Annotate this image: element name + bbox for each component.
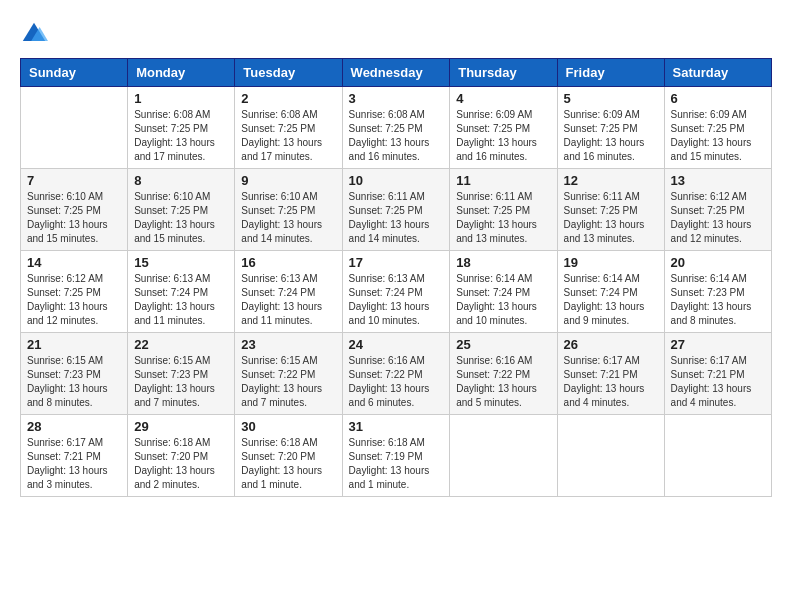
day-number: 5 [564, 91, 658, 106]
calendar-header-sunday: Sunday [21, 59, 128, 87]
day-info: Sunrise: 6:15 AM Sunset: 7:23 PM Dayligh… [134, 354, 228, 410]
day-number: 25 [456, 337, 550, 352]
calendar-header-friday: Friday [557, 59, 664, 87]
calendar-cell: 25Sunrise: 6:16 AM Sunset: 7:22 PM Dayli… [450, 333, 557, 415]
calendar-cell: 1Sunrise: 6:08 AM Sunset: 7:25 PM Daylig… [128, 87, 235, 169]
calendar-cell: 10Sunrise: 6:11 AM Sunset: 7:25 PM Dayli… [342, 169, 450, 251]
calendar-cell: 22Sunrise: 6:15 AM Sunset: 7:23 PM Dayli… [128, 333, 235, 415]
calendar-cell: 18Sunrise: 6:14 AM Sunset: 7:24 PM Dayli… [450, 251, 557, 333]
calendar-cell: 15Sunrise: 6:13 AM Sunset: 7:24 PM Dayli… [128, 251, 235, 333]
day-number: 23 [241, 337, 335, 352]
calendar-cell: 3Sunrise: 6:08 AM Sunset: 7:25 PM Daylig… [342, 87, 450, 169]
day-info: Sunrise: 6:15 AM Sunset: 7:22 PM Dayligh… [241, 354, 335, 410]
day-info: Sunrise: 6:10 AM Sunset: 7:25 PM Dayligh… [27, 190, 121, 246]
calendar-cell [450, 415, 557, 497]
calendar-cell [21, 87, 128, 169]
day-info: Sunrise: 6:11 AM Sunset: 7:25 PM Dayligh… [564, 190, 658, 246]
calendar-cell: 8Sunrise: 6:10 AM Sunset: 7:25 PM Daylig… [128, 169, 235, 251]
day-info: Sunrise: 6:14 AM Sunset: 7:23 PM Dayligh… [671, 272, 765, 328]
calendar-cell: 21Sunrise: 6:15 AM Sunset: 7:23 PM Dayli… [21, 333, 128, 415]
calendar-week-row: 7Sunrise: 6:10 AM Sunset: 7:25 PM Daylig… [21, 169, 772, 251]
day-info: Sunrise: 6:09 AM Sunset: 7:25 PM Dayligh… [456, 108, 550, 164]
calendar-cell: 13Sunrise: 6:12 AM Sunset: 7:25 PM Dayli… [664, 169, 771, 251]
day-info: Sunrise: 6:15 AM Sunset: 7:23 PM Dayligh… [27, 354, 121, 410]
day-number: 29 [134, 419, 228, 434]
day-number: 17 [349, 255, 444, 270]
day-number: 27 [671, 337, 765, 352]
day-info: Sunrise: 6:13 AM Sunset: 7:24 PM Dayligh… [349, 272, 444, 328]
day-number: 11 [456, 173, 550, 188]
calendar-cell: 12Sunrise: 6:11 AM Sunset: 7:25 PM Dayli… [557, 169, 664, 251]
logo [20, 20, 52, 48]
day-number: 26 [564, 337, 658, 352]
calendar-header-wednesday: Wednesday [342, 59, 450, 87]
calendar-cell: 4Sunrise: 6:09 AM Sunset: 7:25 PM Daylig… [450, 87, 557, 169]
calendar-cell: 28Sunrise: 6:17 AM Sunset: 7:21 PM Dayli… [21, 415, 128, 497]
day-info: Sunrise: 6:18 AM Sunset: 7:20 PM Dayligh… [241, 436, 335, 492]
calendar-cell: 19Sunrise: 6:14 AM Sunset: 7:24 PM Dayli… [557, 251, 664, 333]
day-info: Sunrise: 6:16 AM Sunset: 7:22 PM Dayligh… [349, 354, 444, 410]
day-info: Sunrise: 6:11 AM Sunset: 7:25 PM Dayligh… [349, 190, 444, 246]
day-info: Sunrise: 6:14 AM Sunset: 7:24 PM Dayligh… [456, 272, 550, 328]
calendar-cell: 23Sunrise: 6:15 AM Sunset: 7:22 PM Dayli… [235, 333, 342, 415]
day-number: 31 [349, 419, 444, 434]
calendar-cell: 14Sunrise: 6:12 AM Sunset: 7:25 PM Dayli… [21, 251, 128, 333]
calendar-week-row: 21Sunrise: 6:15 AM Sunset: 7:23 PM Dayli… [21, 333, 772, 415]
calendar-cell: 5Sunrise: 6:09 AM Sunset: 7:25 PM Daylig… [557, 87, 664, 169]
calendar-cell [557, 415, 664, 497]
calendar-week-row: 1Sunrise: 6:08 AM Sunset: 7:25 PM Daylig… [21, 87, 772, 169]
day-number: 1 [134, 91, 228, 106]
day-number: 28 [27, 419, 121, 434]
day-number: 4 [456, 91, 550, 106]
day-number: 20 [671, 255, 765, 270]
day-info: Sunrise: 6:17 AM Sunset: 7:21 PM Dayligh… [27, 436, 121, 492]
day-info: Sunrise: 6:09 AM Sunset: 7:25 PM Dayligh… [671, 108, 765, 164]
calendar-header-row: SundayMondayTuesdayWednesdayThursdayFrid… [21, 59, 772, 87]
calendar-week-row: 28Sunrise: 6:17 AM Sunset: 7:21 PM Dayli… [21, 415, 772, 497]
calendar-cell: 20Sunrise: 6:14 AM Sunset: 7:23 PM Dayli… [664, 251, 771, 333]
calendar-cell: 9Sunrise: 6:10 AM Sunset: 7:25 PM Daylig… [235, 169, 342, 251]
day-info: Sunrise: 6:08 AM Sunset: 7:25 PM Dayligh… [349, 108, 444, 164]
calendar-cell: 26Sunrise: 6:17 AM Sunset: 7:21 PM Dayli… [557, 333, 664, 415]
day-number: 18 [456, 255, 550, 270]
day-number: 10 [349, 173, 444, 188]
day-info: Sunrise: 6:16 AM Sunset: 7:22 PM Dayligh… [456, 354, 550, 410]
day-info: Sunrise: 6:08 AM Sunset: 7:25 PM Dayligh… [134, 108, 228, 164]
day-number: 21 [27, 337, 121, 352]
day-number: 2 [241, 91, 335, 106]
calendar-cell: 29Sunrise: 6:18 AM Sunset: 7:20 PM Dayli… [128, 415, 235, 497]
day-number: 12 [564, 173, 658, 188]
calendar-cell: 30Sunrise: 6:18 AM Sunset: 7:20 PM Dayli… [235, 415, 342, 497]
day-number: 13 [671, 173, 765, 188]
calendar-cell: 2Sunrise: 6:08 AM Sunset: 7:25 PM Daylig… [235, 87, 342, 169]
calendar-header-thursday: Thursday [450, 59, 557, 87]
day-info: Sunrise: 6:17 AM Sunset: 7:21 PM Dayligh… [671, 354, 765, 410]
calendar-cell: 16Sunrise: 6:13 AM Sunset: 7:24 PM Dayli… [235, 251, 342, 333]
calendar-header-monday: Monday [128, 59, 235, 87]
calendar-cell: 24Sunrise: 6:16 AM Sunset: 7:22 PM Dayli… [342, 333, 450, 415]
calendar-cell: 27Sunrise: 6:17 AM Sunset: 7:21 PM Dayli… [664, 333, 771, 415]
day-number: 7 [27, 173, 121, 188]
calendar-cell: 6Sunrise: 6:09 AM Sunset: 7:25 PM Daylig… [664, 87, 771, 169]
page-header [20, 20, 772, 48]
calendar-cell: 17Sunrise: 6:13 AM Sunset: 7:24 PM Dayli… [342, 251, 450, 333]
day-number: 16 [241, 255, 335, 270]
day-info: Sunrise: 6:12 AM Sunset: 7:25 PM Dayligh… [27, 272, 121, 328]
day-info: Sunrise: 6:18 AM Sunset: 7:20 PM Dayligh… [134, 436, 228, 492]
calendar-header-saturday: Saturday [664, 59, 771, 87]
day-info: Sunrise: 6:18 AM Sunset: 7:19 PM Dayligh… [349, 436, 444, 492]
day-info: Sunrise: 6:14 AM Sunset: 7:24 PM Dayligh… [564, 272, 658, 328]
calendar-cell: 11Sunrise: 6:11 AM Sunset: 7:25 PM Dayli… [450, 169, 557, 251]
calendar-cell: 7Sunrise: 6:10 AM Sunset: 7:25 PM Daylig… [21, 169, 128, 251]
day-info: Sunrise: 6:13 AM Sunset: 7:24 PM Dayligh… [241, 272, 335, 328]
day-info: Sunrise: 6:12 AM Sunset: 7:25 PM Dayligh… [671, 190, 765, 246]
logo-icon [20, 20, 48, 48]
day-info: Sunrise: 6:13 AM Sunset: 7:24 PM Dayligh… [134, 272, 228, 328]
day-number: 19 [564, 255, 658, 270]
day-number: 9 [241, 173, 335, 188]
day-info: Sunrise: 6:10 AM Sunset: 7:25 PM Dayligh… [134, 190, 228, 246]
day-info: Sunrise: 6:17 AM Sunset: 7:21 PM Dayligh… [564, 354, 658, 410]
calendar-header-tuesday: Tuesday [235, 59, 342, 87]
day-number: 6 [671, 91, 765, 106]
day-info: Sunrise: 6:11 AM Sunset: 7:25 PM Dayligh… [456, 190, 550, 246]
